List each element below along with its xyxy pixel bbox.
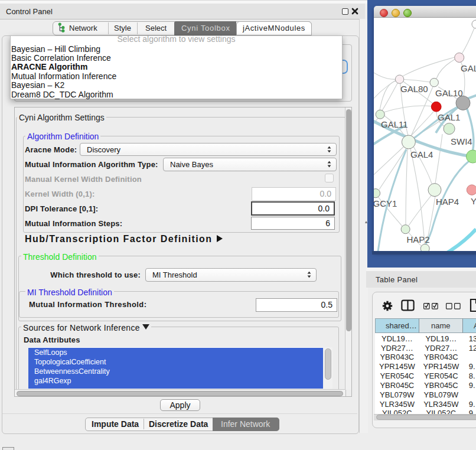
svg-text:GAL10: GAL10 [435,88,463,98]
svg-text:GAL1: GAL1 [438,112,460,122]
svg-text:GAL11: GAL11 [381,119,408,129]
svg-text:GAL4: GAL4 [410,149,433,159]
svg-text:Y: Y [471,196,476,206]
svg-text:HAP4: HAP4 [436,197,459,207]
svg-text:GCY1: GCY1 [374,198,397,208]
svg-text:HAP2: HAP2 [407,234,430,244]
svg-text:GAL7: GAL7 [461,63,476,73]
svg-text:GAL80: GAL80 [400,84,428,94]
svg-text:SWI4: SWI4 [451,136,472,146]
